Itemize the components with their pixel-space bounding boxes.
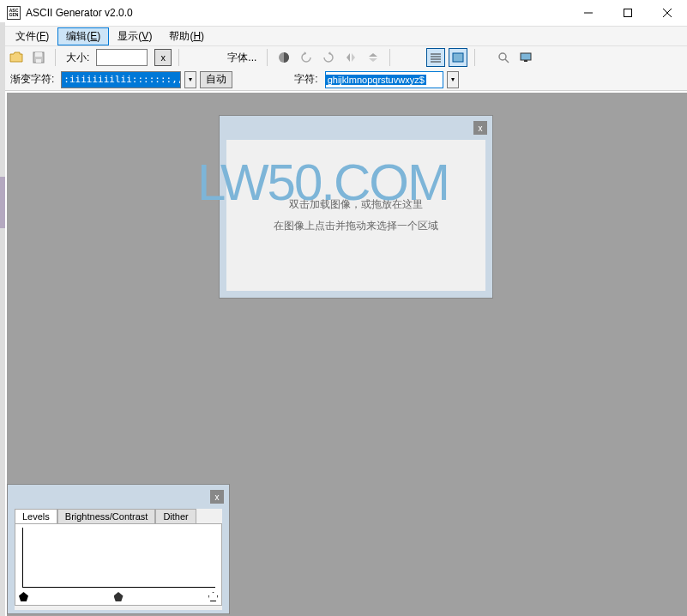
flip-h-icon[interactable] [341, 48, 360, 67]
svg-rect-1 [624, 9, 632, 17]
auto-button[interactable]: 自动 [200, 71, 232, 88]
tab-dither[interactable]: Dither [155, 509, 196, 523]
toolbar-1: 大小: x 字体... [0, 46, 687, 69]
menu-help[interactable]: 帮助(H) [160, 27, 213, 45]
svg-rect-5 [35, 52, 42, 57]
gradient-dropdown-arrow[interactable]: ▾ [184, 71, 196, 88]
gradient-label: 渐变字符: [7, 72, 57, 87]
size-label: 大小: [63, 51, 93, 65]
size-lock-button[interactable]: x [154, 49, 172, 66]
font-button[interactable]: 字体... [224, 51, 260, 65]
menu-view[interactable]: 显示(V) [109, 27, 160, 45]
monitor-icon[interactable] [516, 48, 535, 67]
svg-rect-12 [453, 53, 463, 62]
svg-line-14 [505, 59, 509, 63]
levels-content [15, 523, 222, 606]
menu-edit[interactable]: 编辑(E) [57, 27, 109, 45]
drop-text-2: 在图像上点击并拖动来选择一个区域 [274, 219, 438, 233]
close-button[interactable] [648, 0, 687, 26]
minimize-button[interactable] [569, 0, 608, 26]
rotate-ccw-icon[interactable] [297, 48, 316, 67]
size-input[interactable] [96, 49, 148, 66]
contrast-icon[interactable] [274, 48, 293, 67]
window-title: ASCII Generator v2.0.0 [26, 7, 133, 19]
image-drop-area[interactable]: 双击加载图像，或拖放在这里 在图像上点击并拖动来选择一个区域 [226, 140, 485, 291]
histogram [22, 528, 215, 588]
maximize-button[interactable] [608, 0, 648, 26]
levels-panel: x Levels Brightness/Contrast Dither [7, 484, 230, 614]
flip-v-icon[interactable] [364, 48, 383, 67]
levels-mid-slider[interactable] [114, 592, 124, 601]
levels-panel-close-button[interactable]: x [210, 490, 224, 504]
open-button[interactable] [7, 48, 26, 67]
svg-rect-16 [524, 60, 527, 62]
align-mode-1-button[interactable] [426, 48, 445, 67]
chars-input[interactable]: ghijklmnopqrstuvwxyz$ [325, 71, 443, 88]
app-icon: ASC GEN [7, 6, 21, 20]
levels-white-slider[interactable] [208, 592, 218, 601]
svg-rect-6 [36, 59, 41, 63]
toolbar-2: 渐变字符: :iiiiiiiilii:::::::,,,... ▾ 自动 字符:… [0, 69, 687, 91]
strip-thumb [0, 177, 5, 228]
svg-point-13 [499, 53, 506, 60]
tab-brightness-contrast[interactable]: Brightness/Contrast [57, 509, 156, 523]
menu-file[interactable]: 文件(F) [7, 27, 57, 45]
chars-dropdown-arrow[interactable]: ▾ [447, 71, 459, 88]
save-button[interactable] [29, 48, 48, 67]
left-strip [0, 22, 5, 616]
menubar: 文件(F) 编辑(E) 显示(V) 帮助(H) [0, 26, 687, 46]
image-drop-panel: x 双击加载图像，或拖放在这里 在图像上点击并拖动来选择一个区域 [219, 115, 493, 299]
tab-levels[interactable]: Levels [15, 509, 57, 523]
svg-rect-15 [521, 53, 531, 60]
levels-black-slider[interactable] [19, 592, 28, 601]
image-panel-close-button[interactable]: x [473, 121, 487, 135]
zoom-icon[interactable] [494, 48, 513, 67]
gradient-input[interactable]: :iiiiiiiilii:::::::,,,... [61, 71, 181, 88]
titlebar: ASC GEN ASCII Generator v2.0.0 [0, 0, 687, 26]
chars-label: 字符: [291, 72, 321, 87]
drop-text-1: 双击加载图像，或拖放在这里 [289, 197, 423, 212]
rotate-cw-icon[interactable] [319, 48, 338, 67]
align-mode-2-button[interactable] [449, 48, 467, 67]
